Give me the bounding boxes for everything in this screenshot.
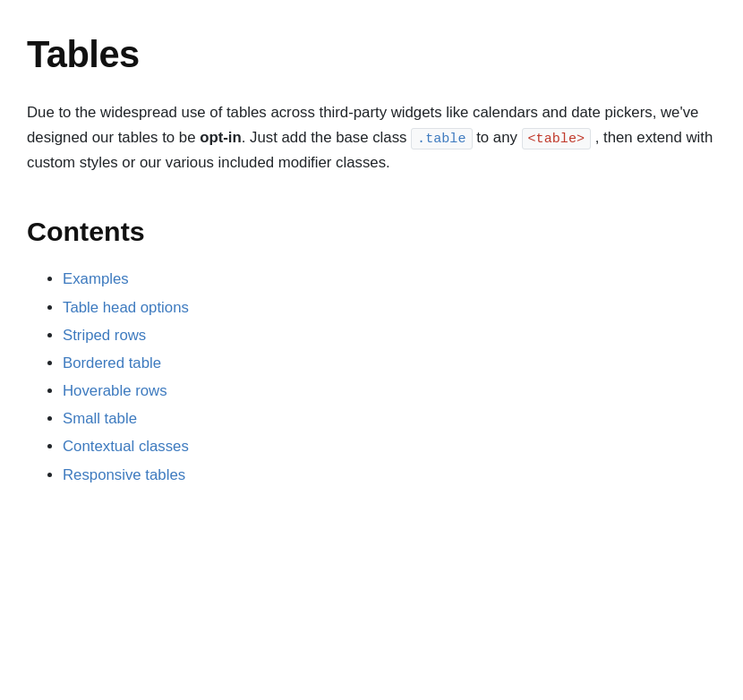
- list-item: Contextual classes: [63, 435, 716, 457]
- link-table-head-options[interactable]: Table head options: [63, 299, 189, 316]
- list-item: Examples: [63, 268, 716, 290]
- contents-heading: Contents: [27, 211, 716, 252]
- table-class-code: .table: [411, 128, 472, 149]
- link-responsive-tables[interactable]: Responsive tables: [63, 466, 185, 483]
- list-item: Hoverable rows: [63, 380, 716, 402]
- list-item: Small table: [63, 407, 716, 430]
- list-item: Responsive tables: [63, 464, 716, 486]
- list-item: Table head options: [63, 296, 716, 319]
- link-examples[interactable]: Examples: [63, 270, 129, 287]
- page-description: Due to the widespread use of tables acro…: [27, 100, 716, 175]
- link-striped-rows[interactable]: Striped rows: [63, 327, 146, 344]
- link-hoverable-rows[interactable]: Hoverable rows: [63, 382, 167, 399]
- link-small-table[interactable]: Small table: [63, 410, 137, 427]
- page-title: Tables: [27, 27, 716, 82]
- list-item: Striped rows: [63, 324, 716, 346]
- table-element-code: <table>: [522, 128, 591, 149]
- link-bordered-table[interactable]: Bordered table: [63, 354, 161, 371]
- opt-in-bold: opt-in: [200, 129, 242, 146]
- link-contextual-classes[interactable]: Contextual classes: [63, 438, 189, 455]
- list-item: Bordered table: [63, 352, 716, 374]
- contents-list: Examples Table head options Striped rows…: [27, 268, 716, 486]
